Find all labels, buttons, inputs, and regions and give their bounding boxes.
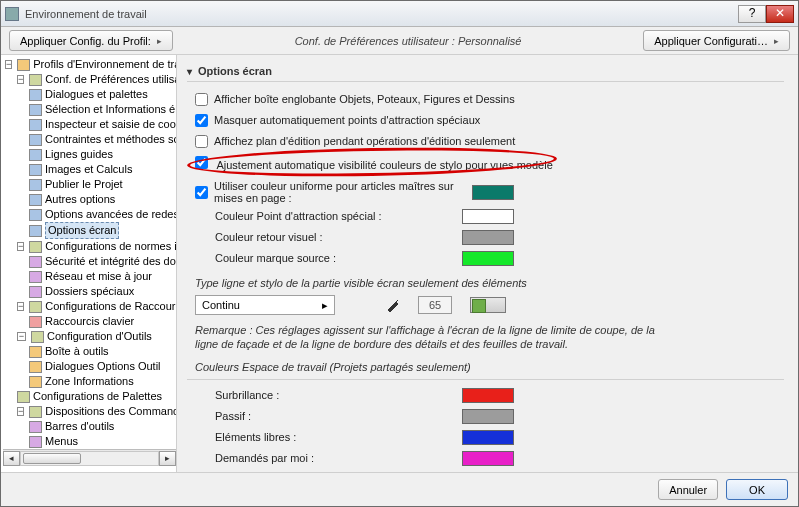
checkbox-hide-attraction[interactable] xyxy=(195,114,208,127)
checkbox-edit-plane[interactable] xyxy=(195,135,208,148)
window: { "titlebar": { "title": "Environnement … xyxy=(0,0,799,507)
window-buttons: ? ✕ xyxy=(738,5,794,23)
color-label: Couleur marque source : xyxy=(215,252,336,264)
color-row: Couleur retour visuel : xyxy=(195,228,784,246)
section-title: Options écran xyxy=(198,65,272,77)
line-type-combo[interactable]: Continu ▸ xyxy=(195,295,335,315)
item-icon xyxy=(29,194,42,206)
item-icon xyxy=(29,89,42,101)
item-icon xyxy=(29,134,42,146)
chevron-right-icon: ▸ xyxy=(157,36,162,46)
tree-label: Inspecteur et saisie de coord xyxy=(45,117,177,132)
close-button[interactable]: ✕ xyxy=(766,5,794,23)
item-icon xyxy=(29,421,42,433)
collapse-icon[interactable]: − xyxy=(17,332,26,341)
tree-prefs[interactable]: −Conf. de Préférences utilisateur xyxy=(17,72,176,87)
tree-label: Autres options xyxy=(45,192,115,207)
scroll-left-icon[interactable]: ◂ xyxy=(3,451,20,466)
tree-shortcut[interactable]: −Configurations de Raccourci xyxy=(17,299,176,314)
tree-hscrollbar[interactable]: ◂ ▸ xyxy=(3,449,176,466)
collapse-icon[interactable]: − xyxy=(17,302,24,311)
ok-button[interactable]: OK xyxy=(726,479,788,500)
color-swatch-uniform[interactable] xyxy=(472,185,514,200)
tree-item[interactable]: Images et Calculs xyxy=(29,162,176,177)
tree-item[interactable]: Dialogues Options Outil xyxy=(29,359,176,374)
tree-label: Zone Informations xyxy=(45,374,134,389)
collapse-icon[interactable]: − xyxy=(17,242,24,251)
item-icon xyxy=(29,119,42,131)
tree-item[interactable]: Sélection et Informations élé xyxy=(29,102,176,117)
tree-item[interactable]: Autres options xyxy=(29,192,176,207)
tree-palettes[interactable]: Configurations de Palettes xyxy=(17,389,176,404)
config-status: Conf. de Préférences utilisateur : Perso… xyxy=(183,35,633,47)
color-swatch-retour[interactable] xyxy=(462,230,514,245)
help-button[interactable]: ? xyxy=(738,5,766,23)
folder-icon xyxy=(17,391,30,403)
tree-item[interactable]: Menus xyxy=(29,434,176,449)
tree-item[interactable]: Lignes guides xyxy=(29,147,176,162)
combo-value: Continu xyxy=(202,299,240,311)
collapse-icon[interactable]: − xyxy=(17,407,24,416)
checkbox-bbox[interactable] xyxy=(195,93,208,106)
tree-item[interactable]: Boîte à outils xyxy=(29,344,176,359)
pen-toggle[interactable] xyxy=(470,297,506,313)
tree-item[interactable]: Zone Informations xyxy=(29,374,176,389)
tree-root[interactable]: −Profils d'Environnement de travail xyxy=(5,57,176,72)
tree-item[interactable]: Barres d'outils xyxy=(29,419,176,434)
collapse-icon[interactable]: − xyxy=(17,75,24,84)
tree-item[interactable]: Options avancées de redess xyxy=(29,207,176,222)
color-label: Couleur retour visuel : xyxy=(215,231,323,243)
apply-profile-config-button[interactable]: Appliquer Config. du Profil: ▸ xyxy=(9,30,173,51)
folder-icon xyxy=(29,74,42,86)
collapse-icon[interactable]: − xyxy=(5,60,12,69)
color-swatch-surbrillance[interactable] xyxy=(462,388,514,403)
color-swatch-attraction[interactable] xyxy=(462,209,514,224)
pen-number-input[interactable]: 65 xyxy=(418,296,452,314)
item-icon xyxy=(29,256,42,268)
tree-norms[interactable]: −Configurations de normes intern xyxy=(17,239,176,254)
tree-label: Publier le Projet xyxy=(45,177,123,192)
tree-tools[interactable]: −Configuration d'Outils xyxy=(17,329,176,344)
note-line: ligne de façade et de la ligne de bordur… xyxy=(195,338,568,350)
color-swatch-source[interactable] xyxy=(462,251,514,266)
chevron-right-icon: ▸ xyxy=(774,36,779,46)
color-swatch-libres[interactable] xyxy=(462,430,514,445)
tree-label: Dialogues Options Outil xyxy=(45,359,161,374)
apply-configuration-button[interactable]: Appliquer Configurati… ▸ xyxy=(643,30,790,51)
item-icon xyxy=(29,361,42,373)
tree-item[interactable]: Dossiers spéciaux xyxy=(29,284,176,299)
color-row: Couleur Point d'attraction spécial : xyxy=(195,207,784,225)
cancel-button[interactable]: Annuler xyxy=(658,479,718,500)
checkbox-auto-pen-visibility[interactable] xyxy=(195,156,208,169)
tree-item[interactable]: Contraintes et méthodes sou xyxy=(29,132,176,147)
tree-label: Réseau et mise à jour xyxy=(45,269,152,284)
tree-item[interactable]: Sécurité et intégrité des don xyxy=(29,254,176,269)
cancel-label: Annuler xyxy=(669,484,707,496)
tree-item[interactable]: Raccourcis clavier xyxy=(29,314,176,329)
color-row: Surbrillance : xyxy=(195,386,784,404)
content-panel: ▾ Options écran Afficher boîte englobant… xyxy=(177,55,798,472)
scroll-track[interactable] xyxy=(20,451,159,466)
tree-item[interactable]: Réseau et mise à jour xyxy=(29,269,176,284)
divider xyxy=(187,379,784,380)
tree-commands[interactable]: −Dispositions des Commandes xyxy=(17,404,176,419)
tree-item[interactable]: Publier le Projet xyxy=(29,177,176,192)
tree-label: Raccourcis clavier xyxy=(45,314,134,329)
color-swatch-passif[interactable] xyxy=(462,409,514,424)
tree-panel[interactable]: −Profils d'Environnement de travail −Con… xyxy=(1,55,177,472)
color-swatch-par-moi[interactable] xyxy=(462,451,514,466)
tree-item-options-ecran[interactable]: Options écran xyxy=(29,222,176,239)
scroll-thumb[interactable] xyxy=(23,453,81,464)
scroll-right-icon[interactable]: ▸ xyxy=(159,451,176,466)
tree-item[interactable]: Inspecteur et saisie de coord xyxy=(29,117,176,132)
body: −Profils d'Environnement de travail −Con… xyxy=(1,55,798,472)
tree-label: Barres d'outils xyxy=(45,419,114,434)
tree-label: Configurations de normes intern xyxy=(45,239,177,254)
checkbox-uniform-color[interactable] xyxy=(195,186,208,199)
tree-label-selected: Options écran xyxy=(45,222,119,239)
tree-item[interactable]: Dialogues et palettes xyxy=(29,87,176,102)
section-header[interactable]: ▾ Options écran xyxy=(187,61,784,82)
toolbar: Appliquer Config. du Profil: ▸ Conf. de … xyxy=(1,27,798,55)
checkbox-row: Masquer automatiquement points d'attract… xyxy=(195,111,784,129)
note-text: Remarque : Ces réglages agissent sur l'a… xyxy=(195,323,784,351)
